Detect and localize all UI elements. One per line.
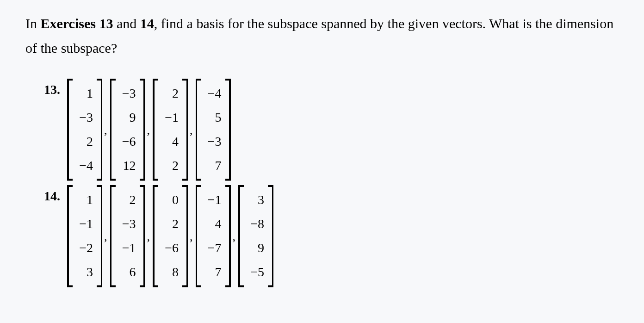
vector-entry: −6 — [159, 236, 181, 260]
vector-entry: −3 — [74, 106, 96, 130]
vector-entry: 2 — [159, 212, 181, 236]
vector-column: −39−612 — [116, 79, 140, 180]
vector-column: −45−37 — [201, 79, 225, 180]
bracket-right-icon — [140, 79, 145, 180]
bracket-right-icon — [225, 79, 231, 180]
vector-entry: 4 — [159, 130, 181, 154]
vector-entry: −4 — [74, 154, 96, 178]
intro-bold2: 14 — [140, 16, 154, 31]
vector-entry: −7 — [202, 236, 224, 260]
intro-mid: and — [113, 16, 140, 31]
comma-separator: , — [145, 230, 153, 244]
bracket-left-icon — [110, 79, 116, 180]
vector-entry: 1 — [74, 81, 96, 106]
vector-entry: 2 — [159, 154, 181, 178]
vector-entry: 4 — [202, 212, 224, 236]
vector-entry: 3 — [74, 260, 96, 284]
bracket-right-icon — [97, 79, 102, 180]
vector-entry: −4 — [202, 81, 224, 106]
bracket-right-icon — [140, 185, 145, 287]
vector-column: 2−142 — [158, 79, 182, 180]
vector-entry: −5 — [245, 260, 267, 284]
bracket-right-icon — [225, 185, 231, 287]
vector-entry: −1 — [74, 212, 96, 236]
bracket-left-icon — [110, 185, 116, 287]
vector: 1−32−4 — [67, 79, 102, 180]
problem: 13.1−32−4,−39−612,2−142,−45−37 — [44, 79, 619, 180]
vector-column: 2−3−16 — [116, 185, 140, 287]
vector-entry: 5 — [202, 106, 224, 130]
vectors: 1−32−4,−39−612,2−142,−45−37 — [67, 79, 231, 180]
vector-entry: 7 — [202, 154, 224, 178]
problem: 14.1−1−23,2−3−16,02−68,−14−77,3−89−5 — [44, 185, 619, 287]
bracket-left-icon — [196, 79, 201, 180]
vector-entry: −3 — [117, 81, 139, 106]
comma-separator: , — [145, 124, 153, 137]
vector-entry: 9 — [117, 106, 139, 130]
vector-entry: 12 — [117, 154, 139, 178]
vector-entry: 8 — [159, 260, 181, 284]
vector-entry: 6 — [117, 260, 139, 284]
vector-column: −14−77 — [201, 185, 225, 287]
vector-column: 3−89−5 — [244, 185, 268, 287]
vector-entry: −1 — [202, 188, 224, 212]
vector: 2−3−16 — [110, 185, 145, 287]
intro-prefix: In — [25, 16, 41, 31]
vector: −45−37 — [196, 79, 231, 180]
vectors: 1−1−23,2−3−16,02−68,−14−77,3−89−5 — [67, 185, 273, 287]
vector: −39−612 — [110, 79, 145, 180]
vector-entry: 7 — [202, 260, 224, 284]
vector-entry: 9 — [245, 236, 267, 260]
bracket-left-icon — [153, 185, 158, 287]
vector-entry: 2 — [74, 130, 96, 154]
comma-separator: , — [188, 230, 196, 244]
vector-entry: −6 — [117, 130, 139, 154]
vector-entry: −3 — [117, 212, 139, 236]
bracket-left-icon — [238, 185, 244, 287]
vector: 1−1−23 — [67, 185, 102, 287]
vector: 3−89−5 — [238, 185, 273, 287]
bracket-right-icon — [268, 185, 273, 287]
vector-entry: −2 — [74, 236, 96, 260]
vector: 02−68 — [153, 185, 188, 287]
bracket-left-icon — [67, 79, 73, 180]
comma-separator: , — [102, 230, 110, 244]
bracket-left-icon — [67, 185, 73, 287]
vector-column: 1−32−4 — [73, 79, 97, 180]
problem-number: 14. — [44, 185, 67, 204]
vector-entry: −3 — [202, 130, 224, 154]
vector-entry: 2 — [117, 188, 139, 212]
vector-entry: −1 — [117, 236, 139, 260]
vector-entry: 2 — [159, 81, 181, 106]
problems-list: 13.1−32−4,−39−612,2−142,−45−3714.1−1−23,… — [25, 79, 619, 287]
vector-entry: −8 — [245, 212, 267, 236]
vector-column: 02−68 — [158, 185, 182, 287]
bracket-right-icon — [97, 185, 102, 287]
vector-entry: 3 — [245, 188, 267, 212]
comma-separator: , — [231, 230, 239, 244]
intro-bold1: Exercises 13 — [41, 16, 113, 31]
bracket-right-icon — [182, 185, 188, 287]
bracket-right-icon — [182, 79, 188, 180]
bracket-left-icon — [196, 185, 201, 287]
comma-separator: , — [102, 124, 110, 137]
vector-entry: 1 — [74, 188, 96, 212]
vector: 2−142 — [153, 79, 188, 180]
vector-column: 1−1−23 — [73, 185, 97, 287]
vector-entry: −1 — [159, 106, 181, 130]
problem-number: 13. — [44, 79, 67, 97]
comma-separator: , — [188, 124, 196, 137]
instructions: In Exercises 13 and 14, find a basis for… — [25, 12, 619, 60]
vector-entry: 0 — [159, 188, 181, 212]
vector: −14−77 — [196, 185, 231, 287]
bracket-left-icon — [153, 79, 158, 180]
